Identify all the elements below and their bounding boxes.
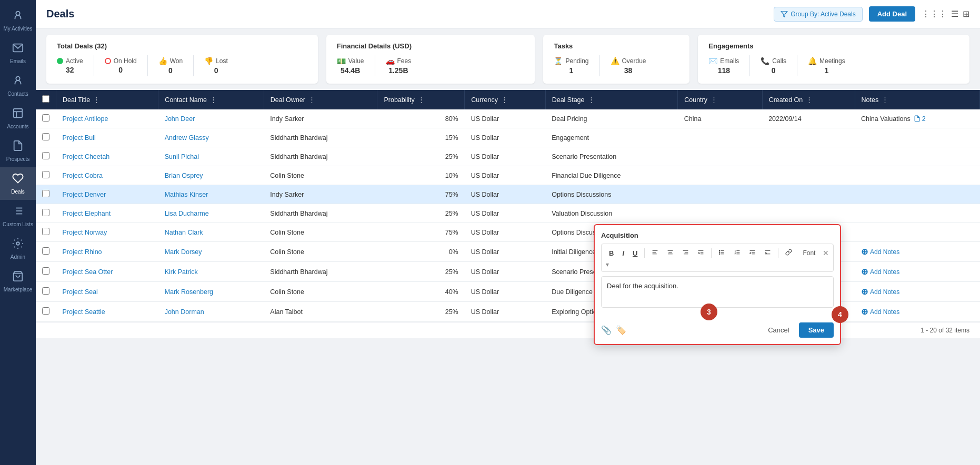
ordered-list-button[interactable] [731,247,744,259]
contact-name-cell[interactable]: Andrew Glassy [158,128,264,147]
save-button[interactable]: Save [799,322,834,338]
list-icon[interactable]: ☰ [951,9,958,19]
sidebar-item-accounts[interactable]: Accounts [0,102,36,135]
align-center-button[interactable] [664,247,677,259]
align-left-button[interactable] [648,247,662,259]
row-checkbox-0[interactable] [42,114,49,122]
outdent-button[interactable] [746,247,759,259]
contact-name-cell[interactable]: Lisa Ducharme [158,204,264,223]
sort-notes-icon[interactable]: ⋮ [882,96,888,104]
deal-title-cell[interactable]: Project Denver [56,185,158,204]
indent2-button[interactable] [761,247,774,259]
group-by-button[interactable]: Group By: Active Deals [774,7,862,22]
sidebar-item-admin[interactable]: Admin [0,232,36,265]
sidebar-item-emails[interactable]: Emails [0,37,36,69]
sort-stage-icon[interactable]: ⋮ [588,96,595,104]
row-checkbox-5[interactable] [42,209,49,216]
close-popup-button[interactable]: ✕ [823,249,829,257]
contact-name-cell[interactable]: Brian Osprey [158,166,264,185]
notes-toolbar: B I U [601,244,834,272]
sidebar-item-custom-lists[interactable]: Custom Lists [0,200,36,232]
sidebar-item-activities[interactable]: My Activities [0,4,36,37]
notes-cell[interactable] [855,223,979,242]
admin-icon [12,238,24,252]
sort-deal-title-icon[interactable]: ⋮ [93,96,100,104]
notes-cell[interactable] [855,128,979,147]
deal-title-cell[interactable]: Project Seattle [56,302,158,322]
sort-prob-icon[interactable]: ⋮ [418,96,425,104]
probability-cell: 40% [377,282,465,302]
contact-name-cell[interactable]: Nathan Clark [158,223,264,242]
notes-cell[interactable]: ⊕ Add Notes [855,262,979,282]
bold-button[interactable]: B [606,248,617,259]
sidebar-item-deals[interactable]: Deals [0,167,36,200]
row-checkbox-3[interactable] [42,171,49,178]
deal-title-cell[interactable]: Project Cobra [56,166,158,185]
row-checkbox-8[interactable] [42,267,49,275]
notes-cell[interactable]: China Valuations 2 [855,109,979,128]
unordered-list-button[interactable] [715,247,728,259]
sort-contact-icon[interactable]: ⋮ [210,96,217,104]
sidebar-item-prospects[interactable]: Prospects [0,135,36,167]
add-notes-button[interactable]: ⊕ Add Notes [861,267,973,277]
deal-title-cell[interactable]: Project Sea Otter [56,262,158,282]
italic-button[interactable]: I [619,248,627,259]
row-checkbox-6[interactable] [42,228,49,235]
expand-popup-button[interactable]: ▾ [606,261,609,268]
sort-created-icon[interactable]: ⋮ [806,96,813,104]
tag-button[interactable]: 🏷️ [616,325,626,335]
contact-name-cell[interactable]: Mathias Kinser [158,185,264,204]
deal-title-cell[interactable]: Project Bull [56,128,158,147]
underline-button[interactable]: U [629,248,641,259]
grid-icon[interactable]: ⋮⋮⋮ [922,9,947,19]
notes-cell[interactable]: ⊕ Add Notes [855,242,979,262]
notes-cell[interactable] [855,147,979,166]
row-checkbox-10[interactable] [42,307,49,315]
deal-title-cell[interactable]: Project Elephant [56,204,158,223]
notes-cell[interactable]: ⊕ Add Notes [855,302,979,322]
cancel-button[interactable]: Cancel [763,324,794,337]
contact-name-cell[interactable]: Sunil Pichai [158,147,264,166]
sort-owner-icon[interactable]: ⋮ [308,96,315,104]
row-checkbox-2[interactable] [42,152,49,159]
deal-title-cell[interactable]: Project Cheetah [56,147,158,166]
sort-currency-icon[interactable]: ⋮ [501,96,508,104]
contact-name-cell[interactable]: John Deer [158,109,264,128]
row-checkbox-9[interactable] [42,287,49,295]
add-deal-button[interactable]: Add Deal [869,6,915,22]
column-icon[interactable]: ⊞ [963,9,969,19]
contact-name-cell[interactable]: Mark Dorsey [158,242,264,262]
contact-name-cell[interactable]: Mark Rosenberg [158,282,264,302]
deal-title-cell[interactable]: Project Antilope [56,109,158,128]
indent-button[interactable] [694,247,707,259]
font-selector[interactable]: Font [801,248,817,258]
fees-icon: 🚗 [386,57,395,65]
sort-country-icon[interactable]: ⋮ [711,96,717,104]
notes-cell[interactable] [855,166,979,185]
deal-title-cell[interactable]: Project Norway [56,223,158,242]
row-checkbox-4[interactable] [42,190,49,197]
notes-cell[interactable] [855,185,979,204]
contact-name-cell[interactable]: Kirk Patrick [158,262,264,282]
add-notes-button[interactable]: ⊕ Add Notes [861,307,973,317]
notes-cell[interactable]: ⊕ Add Notes [855,282,979,302]
deal-title-cell[interactable]: Project Seal [56,282,158,302]
deal-title-cell[interactable]: Project Rhino [56,242,158,262]
add-notes-button[interactable]: ⊕ Add Notes [861,287,973,297]
attach-button[interactable]: 📎 [601,325,612,335]
align-right-button[interactable] [679,247,692,259]
notes-count[interactable]: 2 [914,115,926,123]
sidebar-item-contacts[interactable]: Contacts [0,69,36,102]
row-checkbox-1[interactable] [42,133,49,140]
row-checkbox-7[interactable] [42,247,49,255]
contact-name-cell[interactable]: John Dorman [158,302,264,322]
add-notes-button[interactable]: ⊕ Add Notes [861,247,973,257]
sidebar-item-admin-label: Admin [11,254,25,260]
notes-content[interactable]: Deal for the acquisition. [601,276,834,308]
tasks-card: Tasks ⏳ Pending 1 ⚠️ Overdue 38 [543,35,689,84]
link-button[interactable] [782,247,795,259]
notes-cell[interactable] [855,204,979,223]
meetings-value: 1 [824,66,828,75]
select-all-checkbox[interactable] [42,95,49,103]
sidebar-item-marketplace[interactable]: Marketplace [0,265,36,298]
